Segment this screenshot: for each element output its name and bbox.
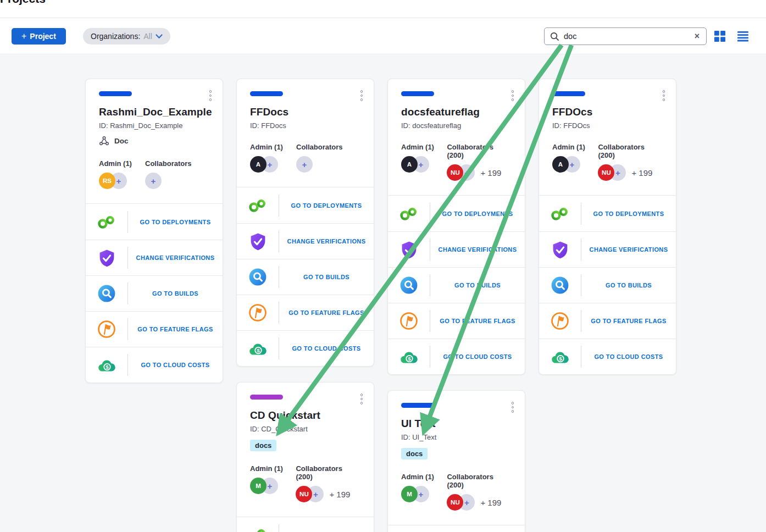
organization-name: Doc (114, 137, 129, 145)
admin-avatar[interactable]: M (401, 486, 418, 502)
deployments-icon (550, 207, 570, 221)
cloud-costs-icon (97, 358, 116, 373)
organizations-filter-dropdown[interactable]: Organizations: All (83, 28, 170, 45)
deployments-icon (248, 198, 268, 213)
project-id: ID: FFDocs (250, 121, 360, 130)
project-tag: docs (250, 440, 276, 451)
go-to-deployments-link[interactable]: GO TO DEPLOYMENTS (86, 204, 223, 240)
builds-icon (551, 276, 569, 295)
collaborators-overflow-count: + 199 (631, 168, 652, 178)
card-menu-button[interactable] (207, 88, 214, 103)
verifications-shield-icon (551, 241, 569, 259)
verifications-shield-icon (249, 232, 267, 251)
project-card-rashmi-doc-example: Rashmi_Doc_Example ID: Rashmi_Doc_Exampl… (85, 79, 223, 383)
change-verifications-link[interactable]: CHANGE VERIFICATIONS (86, 240, 223, 275)
new-project-button[interactable]: + Project (12, 28, 66, 45)
builds-icon (97, 284, 116, 303)
deployments-icon (248, 528, 268, 532)
toolbar: + Project Organizations: All × (0, 18, 766, 54)
change-verifications-link[interactable]: CHANGE VERIFICATIONS (237, 223, 374, 259)
project-color-bar (99, 91, 132, 96)
feature-flags-icon (97, 320, 116, 339)
admin-avatar[interactable]: A (250, 156, 267, 173)
clear-search-button[interactable]: × (693, 32, 701, 41)
project-card-ui-text: UI Text ID: UI_Text docs Admin (1) M + C (387, 390, 525, 532)
project-title: FFDOcs (552, 106, 663, 118)
plus-icon: + (21, 31, 26, 41)
go-to-deployments-link[interactable]: GO TO DEPLOYMENTS (237, 517, 374, 532)
deployments-icon (399, 207, 419, 221)
project-color-bar (552, 91, 585, 96)
feature-flags-icon (551, 312, 569, 330)
grid-view-button[interactable] (714, 31, 725, 42)
admin-avatar[interactable]: A (401, 156, 418, 173)
go-to-feature-flags-link[interactable]: GO TO FEATURE FLAGS (388, 303, 525, 339)
go-to-builds-link[interactable]: GO TO BUILDS (539, 267, 676, 303)
card-menu-button[interactable] (358, 391, 365, 407)
change-verifications-link[interactable]: CHANGE VERIFICATIONS (539, 231, 676, 267)
list-view-button[interactable] (737, 31, 748, 42)
search-icon (550, 32, 559, 41)
admin-label: Admin (1) (401, 143, 447, 151)
collaborators-overflow-count: + 199 (480, 498, 501, 507)
project-title: CD Quickstart (250, 409, 360, 422)
go-to-builds-link[interactable]: GO TO BUILDS (86, 275, 223, 311)
organizations-filter-value: All (143, 32, 152, 41)
project-color-bar (250, 395, 283, 400)
go-to-feature-flags-link[interactable]: GO TO FEATURE FLAGS (86, 311, 223, 347)
card-menu-button[interactable] (358, 88, 365, 103)
project-id: ID: docsfeatureflag (401, 121, 512, 130)
verifications-shield-icon (98, 249, 116, 267)
cloud-costs-icon (551, 350, 570, 364)
new-project-label: Project (30, 32, 55, 41)
go-to-deployments-link[interactable]: GO TO DEPLOYMENTS (388, 525, 525, 532)
chevron-down-icon (156, 34, 163, 39)
project-id: ID: UI_Text (401, 433, 512, 441)
search-input[interactable] (564, 32, 689, 41)
project-id: ID: Rashmi_Doc_Example (99, 121, 209, 130)
add-collaborator-button[interactable]: + (296, 156, 313, 173)
admin-label: Admin (1) (250, 143, 296, 151)
admin-label: Admin (1) (401, 473, 447, 481)
projects-grid-area: Rashmi_Doc_Example ID: Rashmi_Doc_Exampl… (0, 55, 766, 532)
change-verifications-link[interactable]: CHANGE VERIFICATIONS (388, 231, 525, 267)
go-to-builds-link[interactable]: GO TO BUILDS (237, 259, 374, 295)
project-tag: docs (401, 448, 428, 459)
project-color-bar (250, 91, 283, 96)
admin-label: Admin (1) (552, 143, 598, 151)
collaborators-label: Collaborators (200) (598, 143, 663, 159)
go-to-deployments-link[interactable]: GO TO DEPLOYMENTS (237, 187, 374, 223)
admin-label: Admin (1) (250, 464, 296, 473)
project-title: UI Text (401, 418, 512, 430)
organization-icon (99, 136, 109, 146)
go-to-cloud-costs-link[interactable]: GO TO CLOUD COSTS (86, 347, 223, 383)
go-to-feature-flags-link[interactable]: GO TO FEATURE FLAGS (237, 295, 374, 330)
project-title: FFDocs (250, 106, 360, 118)
search-box: × (544, 27, 707, 45)
go-to-cloud-costs-link[interactable]: GO TO CLOUD COSTS (237, 330, 374, 366)
card-menu-button[interactable] (509, 400, 517, 415)
card-menu-button[interactable] (660, 88, 668, 103)
verifications-shield-icon (400, 241, 418, 259)
collaborators-label: Collaborators (200) (447, 143, 512, 159)
collaborators-label: Collaborators (296, 143, 343, 151)
go-to-cloud-costs-link[interactable]: GO TO CLOUD COSTS (539, 339, 676, 374)
project-color-bar (401, 91, 434, 96)
admin-avatar[interactable]: M (250, 478, 267, 494)
feature-flags-icon (248, 303, 267, 322)
go-to-builds-link[interactable]: GO TO BUILDS (388, 267, 525, 303)
project-card-cd-quickstart: CD Quickstart ID: CD_Quickstart docs Adm… (236, 382, 374, 532)
project-title: docsfeatureflag (401, 106, 512, 118)
cloud-costs-icon (399, 350, 419, 364)
card-menu-button[interactable] (509, 88, 517, 103)
project-title: Rashmi_Doc_Example (99, 106, 209, 118)
go-to-deployments-link[interactable]: GO TO DEPLOYMENTS (388, 196, 525, 231)
go-to-deployments-link[interactable]: GO TO DEPLOYMENTS (539, 196, 676, 231)
go-to-cloud-costs-link[interactable]: GO TO CLOUD COSTS (388, 339, 525, 374)
admin-avatar[interactable]: A (552, 156, 569, 173)
go-to-feature-flags-link[interactable]: GO TO FEATURE FLAGS (539, 303, 676, 339)
admin-avatar[interactable]: RS (99, 173, 115, 189)
add-collaborator-button[interactable]: + (145, 173, 162, 189)
page-title: Projects (0, 0, 46, 5)
builds-icon (248, 268, 267, 286)
